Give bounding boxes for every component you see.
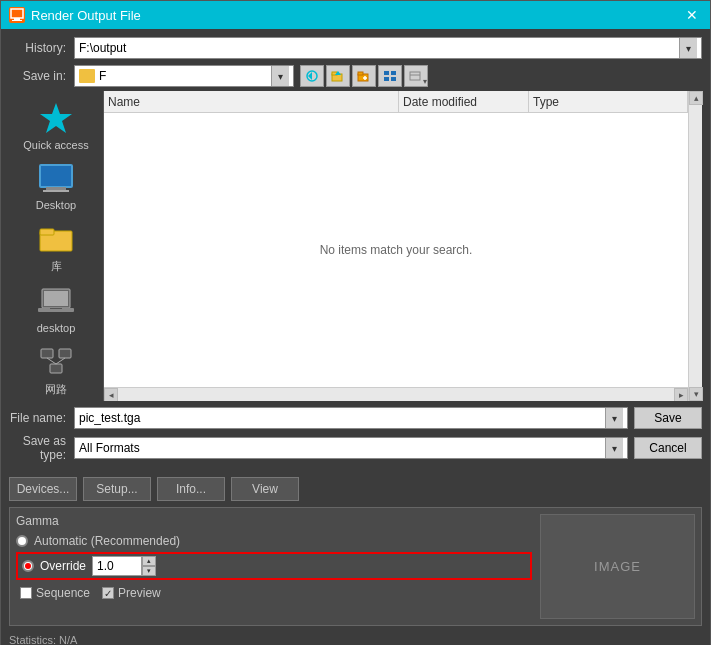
image-preview: IMAGE [540, 514, 695, 619]
devices-button[interactable]: Devices... [9, 477, 77, 501]
gamma-title: Gamma [16, 514, 532, 528]
render-output-dialog: Render Output File ✕ History: F:\output … [0, 0, 711, 645]
history-value: F:\output [79, 41, 679, 55]
gamma-automatic-radio[interactable] [16, 535, 28, 547]
scroll-up-arrow[interactable]: ▴ [689, 91, 703, 105]
file-list: Name Date modified Type No items match y… [104, 91, 688, 401]
filename-row: File name: pic_test.tga ▾ Save [9, 407, 702, 429]
sidebar-item-label-quick-access: Quick access [23, 139, 88, 151]
filename-value: pic_test.tga [79, 411, 140, 425]
statistics-text: Statistics: N/A [9, 632, 702, 645]
svg-rect-27 [50, 308, 62, 309]
col-header-name[interactable]: Name [104, 91, 399, 112]
svg-rect-2 [12, 20, 22, 21]
scroll-down-arrow[interactable]: ▾ [689, 387, 703, 401]
filename-input[interactable]: pic_test.tga ▾ [74, 407, 628, 429]
svg-rect-9 [358, 72, 363, 75]
laptop-icon [37, 282, 75, 320]
gamma-override-option[interactable]: Override 1.0 ▴ ▾ [16, 552, 532, 580]
svg-rect-21 [43, 190, 69, 192]
empty-message: No items match your search. [320, 243, 473, 257]
sequence-label: Sequence [36, 586, 90, 600]
left-bottom: Devices... Setup... Info... View Gamma A… [9, 471, 702, 645]
vertical-scrollbar[interactable]: ▴ ▾ [688, 91, 702, 401]
scroll-track[interactable] [118, 388, 674, 401]
filename-dropdown-arrow[interactable]: ▾ [605, 408, 623, 428]
svg-rect-29 [59, 349, 71, 358]
sidebar-item-quick-access[interactable]: Quick access [12, 95, 100, 155]
browser-area: Quick access Desktop [9, 91, 702, 401]
close-button[interactable]: ✕ [682, 5, 702, 25]
sidebar-item-network[interactable]: 网路 [12, 338, 100, 401]
col-header-type[interactable]: Type [529, 91, 688, 112]
svg-rect-14 [384, 77, 389, 81]
desktop-icon [37, 159, 75, 197]
gamma-controls: Gamma Automatic (Recommended) Override [16, 514, 532, 619]
savein-row: Save in: F ▾ [9, 65, 702, 87]
file-list-body: No items match your search. [104, 113, 688, 387]
filename-label: File name: [9, 411, 74, 425]
gamma-override-radio[interactable] [22, 560, 34, 572]
app-icon [9, 7, 25, 23]
preview-label: Preview [118, 586, 161, 600]
saveas-value: All Formats [79, 441, 140, 455]
info-button[interactable]: Info... [157, 477, 225, 501]
save-button[interactable]: Save [634, 407, 702, 429]
back-button[interactable] [300, 65, 324, 87]
horizontal-scrollbar[interactable]: ◂ ▸ [104, 387, 688, 401]
view-button[interactable]: View [231, 477, 299, 501]
svg-rect-15 [391, 77, 396, 81]
sidebar-item-desktop[interactable]: Desktop [12, 155, 100, 215]
scroll-left-arrow[interactable]: ◂ [104, 388, 118, 402]
gamma-override-value[interactable]: 1.0 [92, 556, 142, 576]
sequence-checkbox[interactable] [20, 587, 32, 599]
vscroll-track[interactable] [689, 105, 702, 387]
up-folder-button[interactable] [326, 65, 350, 87]
sidebar-item-library[interactable]: 库 [12, 215, 100, 278]
action-buttons-row: Devices... Setup... Info... View [9, 477, 702, 501]
col-header-date[interactable]: Date modified [399, 91, 529, 112]
savein-toolbar: ▾ [300, 65, 428, 87]
svg-rect-28 [41, 349, 53, 358]
savein-dropdown-arrow[interactable]: ▾ [271, 66, 289, 86]
saveas-input[interactable]: All Formats ▾ [74, 437, 628, 459]
extra-view-button[interactable]: ▾ [404, 65, 428, 87]
history-dropdown-arrow[interactable]: ▾ [679, 38, 697, 58]
sidebar-item-desktop2[interactable]: desktop [12, 278, 100, 338]
svg-rect-0 [11, 9, 23, 18]
library-icon [37, 219, 75, 257]
window-title: Render Output File [31, 8, 682, 23]
svg-line-31 [47, 358, 56, 364]
saveas-label: Save as type: [9, 434, 74, 462]
svg-rect-25 [44, 291, 68, 306]
history-combo[interactable]: F:\output ▾ [74, 37, 702, 59]
preview-checkbox[interactable]: ✓ [102, 587, 114, 599]
gamma-decrement-arrow[interactable]: ▾ [142, 566, 156, 576]
savein-value: F [99, 69, 271, 83]
file-list-header: Name Date modified Type [104, 91, 688, 113]
gamma-automatic-option[interactable]: Automatic (Recommended) [16, 534, 532, 548]
sidebar-item-label-network: 网路 [45, 382, 67, 397]
dialog-content: History: F:\output ▾ Save in: F ▾ [1, 29, 710, 645]
gamma-area: Gamma Automatic (Recommended) Override [9, 507, 702, 626]
view-mode-button[interactable] [378, 65, 402, 87]
sidebar: Quick access Desktop [9, 91, 104, 401]
create-folder-button[interactable] [352, 65, 376, 87]
savein-label: Save in: [9, 69, 74, 83]
sidebar-item-label-library: 库 [51, 259, 62, 274]
sequence-checkbox-item[interactable]: Sequence [20, 586, 90, 600]
cancel-button[interactable]: Cancel [634, 437, 702, 459]
gamma-spinner-arrows: ▴ ▾ [142, 556, 156, 576]
bottom-section: Devices... Setup... Info... View Gamma A… [9, 471, 702, 645]
sidebar-item-label-desktop: Desktop [36, 199, 76, 211]
gamma-increment-arrow[interactable]: ▴ [142, 556, 156, 566]
savein-combo[interactable]: F ▾ [74, 65, 294, 87]
saveas-dropdown-arrow[interactable]: ▾ [605, 438, 623, 458]
svg-rect-13 [391, 71, 396, 75]
svg-rect-1 [14, 18, 20, 20]
scroll-right-arrow[interactable]: ▸ [674, 388, 688, 402]
preview-checkbox-item[interactable]: ✓ Preview [102, 586, 161, 600]
svg-rect-23 [40, 229, 54, 235]
svg-rect-16 [410, 72, 420, 80]
setup-button[interactable]: Setup... [83, 477, 151, 501]
